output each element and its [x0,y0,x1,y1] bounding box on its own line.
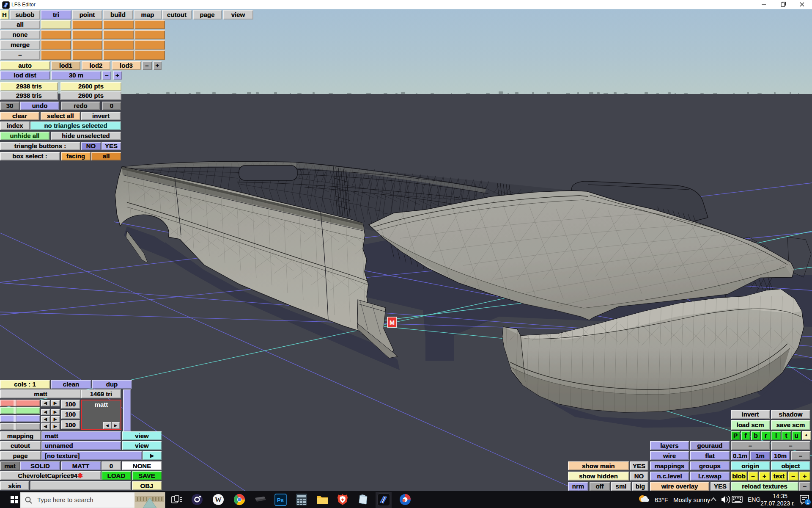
svg-text:1: 1 [807,500,809,505]
svg-text:Type here to search: Type here to search [37,496,93,503]
svg-text:14:35: 14:35 [773,493,787,500]
svg-text:ENG: ENG [748,496,760,503]
svg-text:Mostly sunny: Mostly sunny [673,496,710,503]
svg-text:W: W [215,496,222,503]
svg-text:Ps: Ps [277,497,284,503]
svg-text:63°F: 63°F [655,496,668,503]
svg-text:27.07.2023 г.: 27.07.2023 г. [760,500,795,507]
svg-text:M: M [390,319,395,326]
